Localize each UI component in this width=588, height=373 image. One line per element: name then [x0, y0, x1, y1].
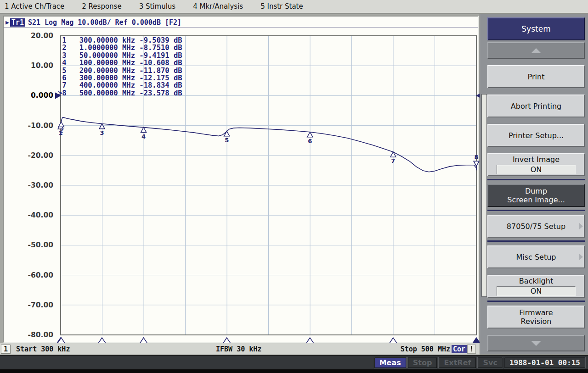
softkey-label: Abort Printing: [511, 102, 561, 111]
softkey-dump-screen-image[interactable]: DumpScreen Image...: [487, 184, 585, 207]
svg-text:5: 5: [225, 137, 229, 144]
softkey-label: 87050/75 Setup: [507, 222, 565, 231]
menu-scroll-up-button[interactable]: [487, 42, 585, 59]
marker-readout-row: 2 1.0000000 MHz -8.7510 dB: [58, 44, 182, 51]
softkey-menu: System PrintAbort PrintingPrinter Setup.…: [487, 17, 585, 358]
menubar-item-mkr-analysis[interactable]: 4 Mkr/Analysis: [193, 2, 243, 11]
stimulus-status-bar: 1 Start 300 kHz IFBW 30 kHz Stop 500 MHz…: [0, 343, 480, 355]
bottom-edge: [0, 369, 588, 373]
state-indicator-extref: ExtRef: [439, 357, 476, 368]
y-axis-tick-label: -70.00: [28, 301, 54, 309]
y-axis-tick-label: -80.00: [28, 331, 54, 339]
softkey-firmware-revision[interactable]: FirmwareRevision: [487, 306, 585, 328]
softkey-label: Dump: [525, 187, 547, 195]
svg-text:6: 6: [308, 138, 312, 145]
softkey-label: Firmware: [519, 308, 553, 317]
y-axis-tick-label: -30.00: [28, 181, 54, 189]
scroll-up-icon: [531, 48, 541, 53]
y-axis-tick-label: -50.00: [28, 241, 54, 249]
instrument-state-bar: MeasStopExtRefSvc1988-01-01 00:15: [0, 355, 588, 369]
state-indicator-stop: Stop: [408, 357, 437, 368]
active-trace-arrow-icon: ▶: [6, 19, 9, 26]
trace-title: ▶ Tr1 S21 Log Mag 10.00dB/ Ref 0.000dB […: [4, 17, 478, 28]
softkey-label: Invert Image: [513, 155, 560, 164]
marker-readout-row: 5 200.00000 MHz -11.870 dB: [58, 67, 182, 74]
menubar: 1 Active Ch/Trace2 Response3 Stimulus4 M…: [0, 0, 588, 14]
svg-text:7: 7: [391, 157, 395, 164]
scroll-down-icon: [531, 341, 541, 346]
softkey-label: Revision: [521, 317, 552, 326]
datetime-display: 1988-01-01 00:15: [504, 357, 585, 368]
warning-badge: !: [467, 345, 476, 354]
correction-badge: Cor: [452, 345, 467, 353]
y-axis-tick-label: -60.00: [28, 271, 54, 279]
menu-scrollbar[interactable]: [481, 94, 487, 297]
menu-title-system[interactable]: System: [487, 17, 585, 40]
softkey-print[interactable]: Print: [487, 65, 585, 88]
channel-number-badge: 1: [1, 345, 11, 354]
menu-scroll-down-button[interactable]: [487, 335, 585, 351]
softkey-value: ON: [497, 165, 576, 174]
svg-text:8: 8: [474, 154, 478, 161]
y-axis-tick-label: 0.000: [31, 91, 53, 100]
svg-text:4: 4: [141, 133, 146, 140]
softkey-label: Backlight: [519, 277, 553, 285]
menubar-item-stimulus[interactable]: 3 Stimulus: [139, 2, 176, 11]
menu-separator: [487, 301, 585, 302]
softkey-misc-setup[interactable]: Misc Setup: [487, 245, 585, 268]
svg-text:2: 2: [59, 127, 63, 134]
start-frequency-label: Start 300 kHz: [16, 345, 70, 353]
softkey-printer-setup[interactable]: Printer Setup...: [487, 124, 585, 147]
submenu-arrow-icon: [579, 254, 583, 260]
softkey-label: Printer Setup...: [509, 131, 564, 140]
menu-separator: [487, 179, 585, 180]
menubar-item-instr-state[interactable]: 5 Instr State: [260, 2, 303, 11]
softkey-value: ON: [497, 286, 576, 296]
marker-readout-row: 6 300.00000 MHz -12.175 dB: [58, 74, 182, 82]
softkey-label: Misc Setup: [516, 253, 556, 262]
y-axis-tick-label: 20.00: [31, 32, 53, 40]
marker-readout-row: 3 50.000000 MHz -9.4191 dB: [58, 52, 182, 59]
menu-separator: [487, 240, 585, 242]
marker-readout-row: 1 300.00000 kHz -9.5039 dB: [58, 37, 182, 44]
softkey-label: Print: [528, 72, 545, 81]
y-axis-tick-label: 10.00: [31, 61, 53, 70]
y-axis-tick-label: -20.00: [28, 151, 54, 160]
menubar-item-response[interactable]: 2 Response: [82, 2, 121, 11]
plot-panel: 20.0010.000.000-10.00-20.00-30.00-40.00-…: [3, 16, 479, 343]
svg-text:3: 3: [100, 129, 104, 136]
softkey-backlight[interactable]: BacklightON: [487, 275, 585, 298]
stop-frequency-label: Stop 500 MHz: [401, 345, 450, 353]
softkey-menu-panel: System PrintAbort PrintingPrinter Setup.…: [480, 14, 588, 354]
state-indicator-meas: Meas: [374, 357, 406, 368]
y-axis-tick-label: -10.00: [28, 122, 54, 130]
softkey-invert-image[interactable]: Invert ImageON: [487, 153, 585, 176]
menubar-item-active-ch-trace[interactable]: 1 Active Ch/Trace: [5, 2, 64, 11]
y-axis-tick-label: -40.00: [28, 211, 54, 219]
trace-settings-text: S21 Log Mag 10.00dB/ Ref 0.000dB [F2]: [28, 18, 181, 27]
state-indicator-svc: Svc: [478, 357, 502, 368]
trace-badge[interactable]: Tr1: [10, 18, 25, 27]
marker-table: 1 300.00000 kHz -9.5039 dB 2 1.0000000 M…: [58, 37, 182, 97]
ifbw-label: IFBW 30 kHz: [216, 345, 261, 353]
marker-readout-row: >8 500.00000 MHz -23.578 dB: [58, 89, 182, 97]
softkey-87050-75-setup[interactable]: 87050/75 Setup: [487, 215, 585, 238]
marker-readout-row: 7 400.00000 MHz -18.834 dB: [58, 82, 182, 89]
softkey-abort-printing[interactable]: Abort Printing: [487, 95, 585, 117]
menu-title-label: System: [521, 24, 550, 33]
submenu-arrow-icon: [579, 223, 583, 229]
menu-separator: [487, 210, 585, 211]
marker-readout-row: 4 100.00000 MHz -10.608 dB: [58, 59, 182, 67]
softkey-label: Screen Image...: [507, 195, 565, 204]
